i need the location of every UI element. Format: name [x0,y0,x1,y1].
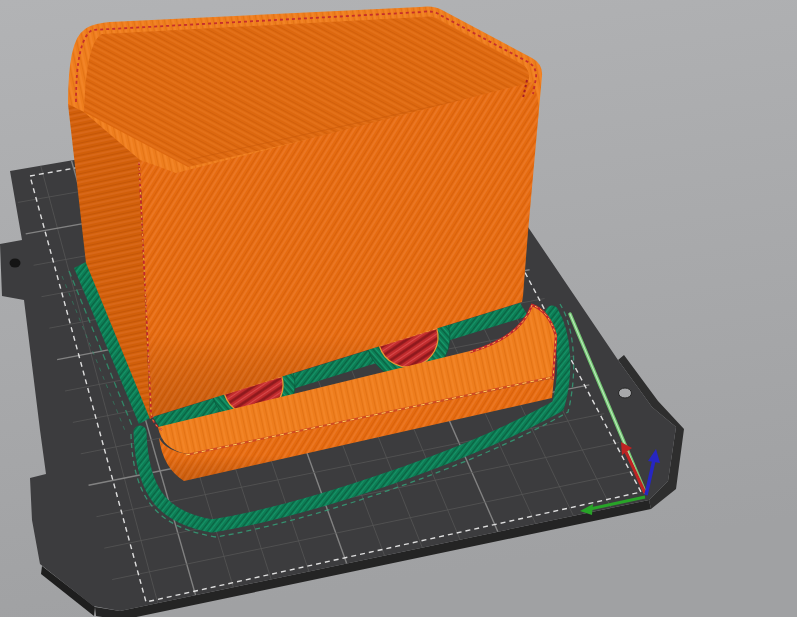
slicer-viewport[interactable] [0,0,797,617]
plate-tab-hole [10,259,21,268]
scene-canvas[interactable] [0,0,797,617]
plate-through-hole [619,388,632,398]
